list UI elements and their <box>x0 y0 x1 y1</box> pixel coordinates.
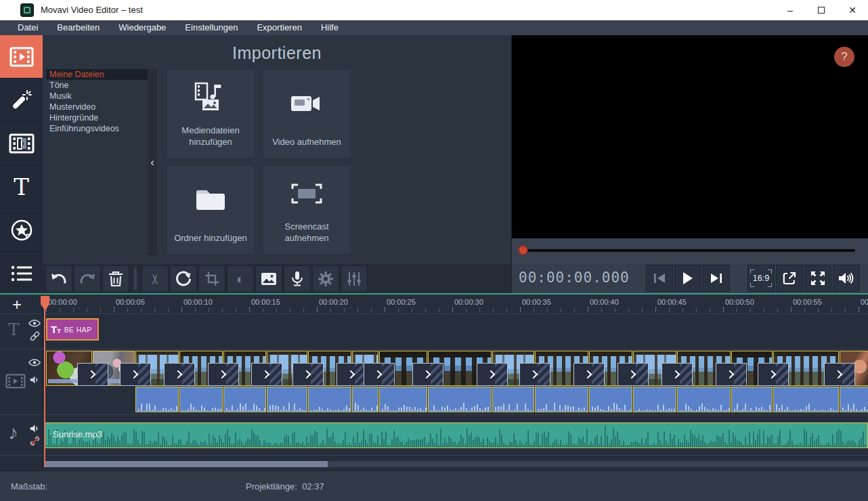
transition-clip[interactable] <box>208 363 239 386</box>
title-clip[interactable]: TT BE HAP <box>46 318 99 341</box>
transition-clip[interactable] <box>77 363 108 386</box>
waveform-bar <box>54 444 56 448</box>
menu-item-bearbeiten[interactable]: Bearbeiten <box>47 20 109 35</box>
audio-clip-sunrise[interactable]: Sunrise.mp3 <box>44 422 868 448</box>
audio-track-unlink-toggle[interactable] <box>29 435 41 447</box>
add-media-files-card[interactable]: Mediendateien hinzufügen <box>167 70 254 158</box>
transition-clip[interactable] <box>292 363 324 386</box>
transition-clip[interactable] <box>716 363 747 386</box>
menu-item-datei[interactable]: Datei <box>8 20 47 35</box>
transition-clip[interactable] <box>477 363 508 386</box>
add-track-button[interactable]: + <box>8 298 26 313</box>
video-clip-audio[interactable] <box>223 387 266 412</box>
video-track-mute-toggle[interactable] <box>30 375 40 385</box>
video-clip-audio[interactable] <box>267 387 307 412</box>
category-musik[interactable]: Musik <box>46 91 148 102</box>
transition-clip[interactable] <box>758 363 789 386</box>
transition-clip[interactable] <box>617 363 649 386</box>
waveform-bar <box>806 406 807 411</box>
video-clip-audio[interactable] <box>589 387 632 412</box>
video-clip-audio[interactable] <box>135 387 179 412</box>
transition-clip[interactable] <box>824 363 855 386</box>
sidebar-item-import[interactable] <box>0 35 43 79</box>
video-clip-audio[interactable] <box>840 387 868 412</box>
collapse-panel-arrow-icon[interactable]: ‹ <box>148 156 157 169</box>
aspect-ratio-button[interactable]: 16:9 <box>747 265 775 292</box>
equalizer-button[interactable] <box>341 265 368 292</box>
delete-button[interactable] <box>102 265 129 292</box>
transition-clip[interactable] <box>120 363 151 386</box>
volume-button[interactable] <box>833 265 860 292</box>
record-screencast-card[interactable]: Screencast aufnehmen <box>263 166 350 254</box>
video-clip-audio[interactable] <box>308 387 351 412</box>
maximize-button[interactable] <box>806 0 837 20</box>
redo-button[interactable] <box>74 265 101 292</box>
crop-button[interactable] <box>198 265 225 292</box>
waveform-bar <box>562 445 563 448</box>
sidebar-item-stickers[interactable] <box>0 209 43 252</box>
video-clip-audio[interactable] <box>379 387 427 412</box>
previous-frame-button[interactable] <box>646 265 673 292</box>
sidebar-item-titles[interactable]: T <box>0 165 43 209</box>
seek-handle[interactable] <box>518 245 528 255</box>
waveform-bar <box>366 410 367 411</box>
video-clip-audio[interactable] <box>535 387 588 412</box>
seek-bar[interactable] <box>522 249 855 252</box>
settings-button[interactable] <box>312 265 339 292</box>
color-adjust-button[interactable]: ◐ <box>227 265 254 292</box>
video-clip-audio[interactable] <box>352 387 378 412</box>
waveform-bar <box>742 409 743 411</box>
category-hintergr-nde[interactable]: Hintergründe <box>46 112 148 123</box>
transition-clip[interactable] <box>573 363 605 386</box>
video-clip-audio[interactable] <box>179 387 223 412</box>
waveform-bar <box>771 435 773 448</box>
fullscreen-button[interactable] <box>804 265 831 292</box>
video-clip-audio[interactable] <box>677 387 731 412</box>
transition-clip[interactable] <box>661 363 693 386</box>
video-track-visibility-toggle[interactable] <box>28 358 41 367</box>
undo-button[interactable] <box>45 265 72 292</box>
audio-track-mute-toggle[interactable] <box>30 424 40 433</box>
transition-clip[interactable] <box>364 363 395 386</box>
title-track-visibility-toggle[interactable] <box>28 319 41 328</box>
video-clip-audio[interactable] <box>428 387 492 412</box>
title-track-link-toggle[interactable] <box>29 330 41 342</box>
menu-item-einstellungen[interactable]: Einstellungen <box>175 20 247 35</box>
video-clip-audio[interactable] <box>492 387 534 412</box>
share-button[interactable] <box>776 265 803 292</box>
add-folder-card[interactable]: Ordner hinzufügen <box>167 166 254 254</box>
menu-item-hilfe[interactable]: Hilfe <box>311 20 348 35</box>
waveform-bar <box>313 410 315 411</box>
transition-clip[interactable] <box>251 363 282 386</box>
record-voice-button[interactable] <box>284 265 311 292</box>
sidebar-item-filters[interactable] <box>0 79 43 122</box>
cut-button[interactable]: ✂ <box>142 265 169 292</box>
image-button[interactable] <box>255 265 282 292</box>
transition-clip[interactable] <box>519 363 550 386</box>
close-button[interactable]: ✕ <box>837 0 868 20</box>
category-meine-dateien[interactable]: Meine Dateien <box>46 69 148 80</box>
sidebar-item-more-tools[interactable] <box>0 252 43 295</box>
video-clip-audio[interactable] <box>773 387 839 412</box>
video-clip-audio[interactable] <box>633 387 676 412</box>
play-button[interactable] <box>674 265 701 292</box>
menu-item-wiedergabe[interactable]: Wiedergabe <box>109 20 175 35</box>
menu-item-exportieren[interactable]: Exportieren <box>247 20 311 35</box>
waveform-bar <box>706 444 708 448</box>
transition-clip[interactable] <box>164 363 195 386</box>
waveform-bar <box>375 443 376 448</box>
transition-clip[interactable] <box>412 363 443 386</box>
help-button[interactable]: ? <box>834 47 854 67</box>
category-einf-hrungsvideos[interactable]: Einführungsvideos <box>46 123 148 134</box>
timeline-scrollbar-thumb[interactable] <box>44 461 328 467</box>
next-frame-button[interactable] <box>703 265 730 292</box>
sidebar-item-transitions[interactable] <box>0 122 43 165</box>
record-video-card[interactable]: Video aufnehmen <box>263 70 350 158</box>
waveform-bar <box>826 444 827 448</box>
rotate-button[interactable] <box>170 265 197 292</box>
minimize-button[interactable]: – <box>775 0 806 20</box>
waveform-bar <box>668 444 669 448</box>
category-t-ne[interactable]: Töne <box>46 80 148 91</box>
category-mustervideo[interactable]: Mustervideo <box>46 102 148 112</box>
video-clip-audio[interactable] <box>731 387 773 412</box>
